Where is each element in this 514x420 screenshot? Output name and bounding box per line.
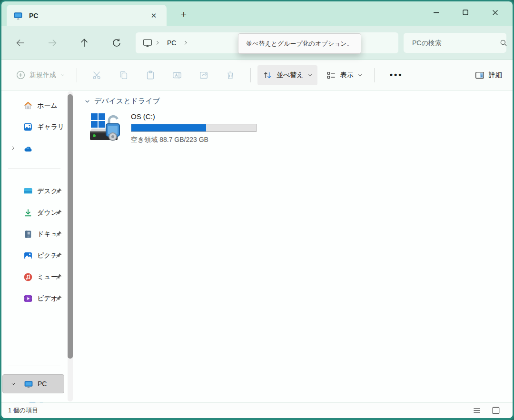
item-count-label: 1 個の項目 xyxy=(8,406,38,415)
sidebar-item-downloads[interactable]: ダウン xyxy=(2,204,65,221)
breadcrumb-item-pc[interactable]: PC xyxy=(162,39,181,47)
sort-button-label: 並べ替え xyxy=(277,71,304,80)
sidebar-item-desktop[interactable]: デスク xyxy=(2,183,65,200)
sort-arrows-icon xyxy=(262,70,273,80)
drive-usage-bar xyxy=(131,124,257,132)
gallery-icon xyxy=(23,122,33,132)
status-view-toggles xyxy=(471,405,506,416)
sidebar-item-documents[interactable]: ドキュ xyxy=(2,226,65,243)
chevron-down-icon xyxy=(357,72,363,78)
drive-usage-fill xyxy=(131,124,206,131)
chevron-right-icon[interactable] xyxy=(10,145,16,151)
rename-button[interactable] xyxy=(164,65,190,85)
status-bar: 1 個の項目 xyxy=(1,402,513,418)
share-button[interactable] xyxy=(190,65,217,85)
chevron-down-icon xyxy=(307,72,313,78)
chevron-down-icon[interactable] xyxy=(84,98,90,104)
pin-icon xyxy=(55,230,62,238)
copy-button[interactable] xyxy=(110,65,137,85)
drive-free-space: 空き領域 88.7 GB/223 GB xyxy=(131,136,257,144)
search-icon[interactable] xyxy=(499,39,508,47)
navigation-pane: ホーム ギャラリー xyxy=(1,90,74,402)
onedrive-cloud-icon xyxy=(23,144,33,153)
up-button[interactable] xyxy=(78,36,91,50)
sidebar-item-pc[interactable]: PC xyxy=(2,374,64,393)
videos-icon xyxy=(23,294,33,303)
details-button[interactable]: 詳細 xyxy=(470,65,507,85)
desktop-icon xyxy=(23,187,33,196)
chevron-down-icon[interactable] xyxy=(10,381,16,387)
large-icons-view-icon[interactable] xyxy=(490,405,502,416)
view-list-icon xyxy=(326,70,336,80)
view-button-label: 表示 xyxy=(340,71,354,80)
toolbar-divider xyxy=(374,68,375,82)
drive-bitlocker-icon xyxy=(89,111,125,144)
command-toolbar: 新規作成 xyxy=(1,60,513,90)
sidebar-divider xyxy=(8,169,60,169)
music-icon xyxy=(23,272,33,282)
new-button[interactable]: 新規作成 xyxy=(11,65,70,85)
drive-item-os-c[interactable]: OS (C:) 空き領域 88.7 GB/223 GB xyxy=(89,111,257,144)
chevron-down-icon xyxy=(60,72,65,78)
tab-strip: PC ✕ + xyxy=(1,1,513,26)
more-options-button[interactable]: ••• xyxy=(381,70,412,80)
this-pc-icon xyxy=(142,38,153,48)
documents-icon xyxy=(23,230,33,239)
sidebar-divider xyxy=(8,366,60,366)
sidebar-item-partial xyxy=(29,402,43,402)
minimize-button[interactable] xyxy=(421,1,451,23)
explorer-window: PC ✕ + xyxy=(0,0,514,420)
sidebar-item-videos[interactable]: ビデオ xyxy=(2,290,65,307)
sort-button[interactable]: 並べ替え xyxy=(257,65,317,85)
sidebar-item-music[interactable]: ミュー xyxy=(2,269,65,286)
tab-pc[interactable]: PC ✕ xyxy=(7,5,167,26)
sidebar-item-label: ギャラリー xyxy=(37,123,65,131)
toolbar-divider xyxy=(77,68,77,82)
sidebar-scrollbar-thumb[interactable] xyxy=(68,94,73,359)
sidebar-item-onedrive[interactable] xyxy=(2,140,65,157)
forward-button[interactable] xyxy=(46,36,59,50)
search-input[interactable] xyxy=(411,39,499,47)
pictures-icon xyxy=(23,251,33,260)
back-button[interactable] xyxy=(14,36,27,50)
details-pane-icon xyxy=(474,70,485,80)
sort-options-tooltip: 並べ替えとグループ化のオプション。 xyxy=(238,33,361,54)
maximize-button[interactable] xyxy=(451,1,480,23)
body-area: ホーム ギャラリー xyxy=(1,90,513,402)
sidebar-item-label: ホーム xyxy=(37,101,65,110)
toolbar-divider xyxy=(250,68,251,82)
sidebar-item-gallery[interactable]: ギャラリー xyxy=(2,119,65,136)
delete-button[interactable] xyxy=(217,65,244,85)
tab-close-icon[interactable]: ✕ xyxy=(148,10,160,22)
view-button[interactable]: 表示 xyxy=(321,65,367,85)
search-box[interactable] xyxy=(404,33,506,53)
sidebar-item-label: PC xyxy=(38,380,64,388)
window-controls xyxy=(421,1,510,23)
pin-icon xyxy=(55,209,62,216)
drive-name: OS (C:) xyxy=(131,112,257,120)
sidebar-item-home[interactable]: ホーム xyxy=(2,97,65,114)
drive-info: OS (C:) 空き領域 88.7 GB/223 GB xyxy=(131,111,257,144)
paste-button[interactable] xyxy=(137,65,164,85)
cut-button[interactable] xyxy=(84,65,110,85)
refresh-button[interactable] xyxy=(110,36,123,50)
plus-circle-icon xyxy=(16,70,26,80)
close-button[interactable] xyxy=(480,1,510,23)
file-list-area: デバイスとドライブ xyxy=(78,90,513,402)
section-header-devices[interactable]: デバイスとドライブ xyxy=(84,97,160,106)
breadcrumb-chevron-icon[interactable] xyxy=(155,40,160,46)
breadcrumb-chevron-icon[interactable] xyxy=(183,40,188,46)
pin-icon xyxy=(55,295,62,302)
navigation-bar: PC 並べ替えとグループ化のオプション。 xyxy=(1,26,513,60)
this-pc-icon xyxy=(24,379,33,389)
tab-title: PC xyxy=(29,12,148,20)
home-icon xyxy=(23,101,33,110)
window-inner: PC ✕ + xyxy=(1,1,513,418)
details-view-icon[interactable] xyxy=(471,405,483,416)
this-pc-icon xyxy=(13,11,23,20)
new-tab-button[interactable]: + xyxy=(177,8,191,21)
pin-icon xyxy=(55,252,62,259)
sidebar-item-pictures[interactable]: ピクチ xyxy=(2,247,65,264)
new-button-label: 新規作成 xyxy=(30,71,56,80)
pin-icon xyxy=(55,273,62,280)
